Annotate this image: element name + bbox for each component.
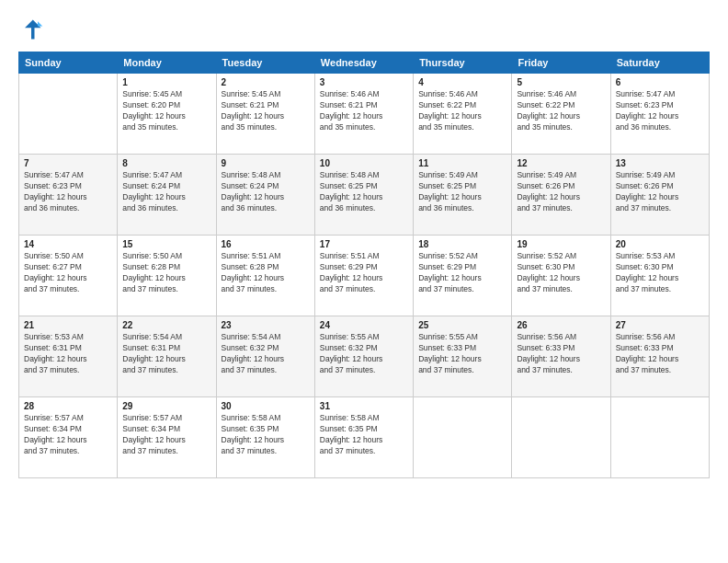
- calendar-cell: 5Sunrise: 5:46 AM Sunset: 6:22 PM Daylig…: [512, 74, 610, 155]
- col-sunday: Sunday: [19, 52, 118, 74]
- day-info: Sunrise: 5:48 AM Sunset: 6:25 PM Dayligh…: [320, 170, 408, 214]
- header: [18, 17, 710, 42]
- day-number: 22: [122, 320, 210, 330]
- calendar-week-row: 1Sunrise: 5:45 AM Sunset: 6:20 PM Daylig…: [19, 74, 710, 155]
- day-number: 5: [517, 77, 605, 87]
- calendar-cell: 26Sunrise: 5:56 AM Sunset: 6:33 PM Dayli…: [512, 316, 610, 397]
- day-info: Sunrise: 5:45 AM Sunset: 6:20 PM Dayligh…: [122, 89, 210, 133]
- day-info: Sunrise: 5:55 AM Sunset: 6:32 PM Dayligh…: [320, 332, 408, 376]
- day-number: 16: [222, 239, 310, 249]
- col-friday: Friday: [512, 52, 610, 74]
- calendar-cell: 10Sunrise: 5:48 AM Sunset: 6:25 PM Dayli…: [314, 155, 413, 236]
- day-number: 2: [222, 77, 310, 87]
- calendar-cell: 7Sunrise: 5:47 AM Sunset: 6:23 PM Daylig…: [19, 155, 118, 236]
- day-number: 6: [616, 77, 704, 87]
- calendar-cell: 28Sunrise: 5:57 AM Sunset: 6:34 PM Dayli…: [19, 397, 118, 478]
- col-saturday: Saturday: [610, 52, 709, 74]
- day-info: Sunrise: 5:46 AM Sunset: 6:21 PM Dayligh…: [320, 89, 408, 133]
- day-number: 23: [222, 320, 310, 330]
- day-number: 1: [122, 77, 210, 87]
- day-number: 11: [418, 158, 506, 168]
- day-number: 4: [418, 77, 506, 87]
- calendar-cell: 20Sunrise: 5:53 AM Sunset: 6:30 PM Dayli…: [610, 236, 709, 316]
- calendar-cell: 8Sunrise: 5:47 AM Sunset: 6:24 PM Daylig…: [118, 155, 216, 236]
- calendar-cell: 3Sunrise: 5:46 AM Sunset: 6:21 PM Daylig…: [314, 74, 413, 155]
- day-info: Sunrise: 5:53 AM Sunset: 6:31 PM Dayligh…: [24, 332, 112, 376]
- day-number: 3: [320, 77, 408, 87]
- day-number: 20: [616, 239, 704, 249]
- day-number: 27: [616, 320, 704, 330]
- calendar-table: Sunday Monday Tuesday Wednesday Thursday…: [18, 52, 710, 478]
- day-number: 31: [320, 401, 408, 411]
- day-number: 13: [616, 158, 704, 168]
- col-tuesday: Tuesday: [216, 52, 314, 74]
- col-thursday: Thursday: [414, 52, 512, 74]
- day-info: Sunrise: 5:57 AM Sunset: 6:34 PM Dayligh…: [122, 413, 210, 457]
- day-info: Sunrise: 5:49 AM Sunset: 6:26 PM Dayligh…: [517, 170, 605, 214]
- calendar-cell: 29Sunrise: 5:57 AM Sunset: 6:34 PM Dayli…: [118, 397, 216, 478]
- calendar-cell: 11Sunrise: 5:49 AM Sunset: 6:25 PM Dayli…: [414, 155, 512, 236]
- calendar-cell: 16Sunrise: 5:51 AM Sunset: 6:28 PM Dayli…: [216, 236, 314, 316]
- day-number: 14: [24, 239, 112, 249]
- day-info: Sunrise: 5:58 AM Sunset: 6:35 PM Dayligh…: [320, 413, 408, 457]
- calendar-header-row: Sunday Monday Tuesday Wednesday Thursday…: [19, 52, 710, 74]
- day-info: Sunrise: 5:54 AM Sunset: 6:31 PM Dayligh…: [122, 332, 210, 376]
- day-number: 8: [122, 158, 210, 168]
- calendar-cell: 23Sunrise: 5:54 AM Sunset: 6:32 PM Dayli…: [216, 316, 314, 397]
- day-number: 28: [24, 401, 112, 411]
- calendar-cell: 18Sunrise: 5:52 AM Sunset: 6:29 PM Dayli…: [414, 236, 512, 316]
- col-wednesday: Wednesday: [314, 52, 413, 74]
- day-info: Sunrise: 5:53 AM Sunset: 6:30 PM Dayligh…: [616, 251, 704, 295]
- day-number: 10: [320, 158, 408, 168]
- day-number: 7: [24, 158, 112, 168]
- calendar-cell: 27Sunrise: 5:56 AM Sunset: 6:33 PM Dayli…: [610, 316, 709, 397]
- day-info: Sunrise: 5:46 AM Sunset: 6:22 PM Dayligh…: [517, 89, 605, 133]
- day-info: Sunrise: 5:48 AM Sunset: 6:24 PM Dayligh…: [222, 170, 310, 214]
- day-number: 12: [517, 158, 605, 168]
- calendar-cell: 4Sunrise: 5:46 AM Sunset: 6:22 PM Daylig…: [414, 74, 512, 155]
- day-info: Sunrise: 5:52 AM Sunset: 6:29 PM Dayligh…: [418, 251, 506, 295]
- day-info: Sunrise: 5:51 AM Sunset: 6:28 PM Dayligh…: [222, 251, 310, 295]
- day-info: Sunrise: 5:56 AM Sunset: 6:33 PM Dayligh…: [616, 332, 704, 376]
- day-info: Sunrise: 5:47 AM Sunset: 6:24 PM Dayligh…: [122, 170, 210, 214]
- calendar-cell: [512, 397, 610, 478]
- calendar-cell: 12Sunrise: 5:49 AM Sunset: 6:26 PM Dayli…: [512, 155, 610, 236]
- day-info: Sunrise: 5:56 AM Sunset: 6:33 PM Dayligh…: [517, 332, 605, 376]
- day-number: 29: [122, 401, 210, 411]
- calendar-cell: 1Sunrise: 5:45 AM Sunset: 6:20 PM Daylig…: [118, 74, 216, 155]
- day-info: Sunrise: 5:54 AM Sunset: 6:32 PM Dayligh…: [222, 332, 310, 376]
- calendar-cell: [610, 397, 709, 478]
- day-info: Sunrise: 5:51 AM Sunset: 6:29 PM Dayligh…: [320, 251, 408, 295]
- day-number: 9: [222, 158, 310, 168]
- calendar-cell: [414, 397, 512, 478]
- calendar-week-row: 14Sunrise: 5:50 AM Sunset: 6:27 PM Dayli…: [19, 236, 710, 316]
- calendar-week-row: 21Sunrise: 5:53 AM Sunset: 6:31 PM Dayli…: [19, 316, 710, 397]
- day-number: 26: [517, 320, 605, 330]
- day-info: Sunrise: 5:47 AM Sunset: 6:23 PM Dayligh…: [24, 170, 112, 214]
- day-info: Sunrise: 5:58 AM Sunset: 6:35 PM Dayligh…: [222, 413, 310, 457]
- day-info: Sunrise: 5:50 AM Sunset: 6:27 PM Dayligh…: [24, 251, 112, 295]
- calendar-cell: 19Sunrise: 5:52 AM Sunset: 6:30 PM Dayli…: [512, 236, 610, 316]
- calendar-cell: 22Sunrise: 5:54 AM Sunset: 6:31 PM Dayli…: [118, 316, 216, 397]
- logo-icon: [18, 17, 44, 42]
- calendar-cell: 2Sunrise: 5:45 AM Sunset: 6:21 PM Daylig…: [216, 74, 314, 155]
- day-number: 19: [517, 239, 605, 249]
- calendar-cell: 17Sunrise: 5:51 AM Sunset: 6:29 PM Dayli…: [314, 236, 413, 316]
- calendar-cell: 30Sunrise: 5:58 AM Sunset: 6:35 PM Dayli…: [216, 397, 314, 478]
- day-info: Sunrise: 5:55 AM Sunset: 6:33 PM Dayligh…: [418, 332, 506, 376]
- calendar-cell: 15Sunrise: 5:50 AM Sunset: 6:28 PM Dayli…: [118, 236, 216, 316]
- calendar-cell: 13Sunrise: 5:49 AM Sunset: 6:26 PM Dayli…: [610, 155, 709, 236]
- day-info: Sunrise: 5:45 AM Sunset: 6:21 PM Dayligh…: [222, 89, 310, 133]
- svg-marker-1: [38, 21, 42, 26]
- calendar-cell: [19, 74, 118, 155]
- day-info: Sunrise: 5:46 AM Sunset: 6:22 PM Dayligh…: [418, 89, 506, 133]
- logo: [18, 17, 48, 42]
- day-info: Sunrise: 5:47 AM Sunset: 6:23 PM Dayligh…: [616, 89, 704, 133]
- day-number: 25: [418, 320, 506, 330]
- day-number: 21: [24, 320, 112, 330]
- day-number: 15: [122, 239, 210, 249]
- calendar-body: 1Sunrise: 5:45 AM Sunset: 6:20 PM Daylig…: [19, 74, 710, 478]
- calendar-cell: 21Sunrise: 5:53 AM Sunset: 6:31 PM Dayli…: [19, 316, 118, 397]
- day-info: Sunrise: 5:50 AM Sunset: 6:28 PM Dayligh…: [122, 251, 210, 295]
- day-number: 17: [320, 239, 408, 249]
